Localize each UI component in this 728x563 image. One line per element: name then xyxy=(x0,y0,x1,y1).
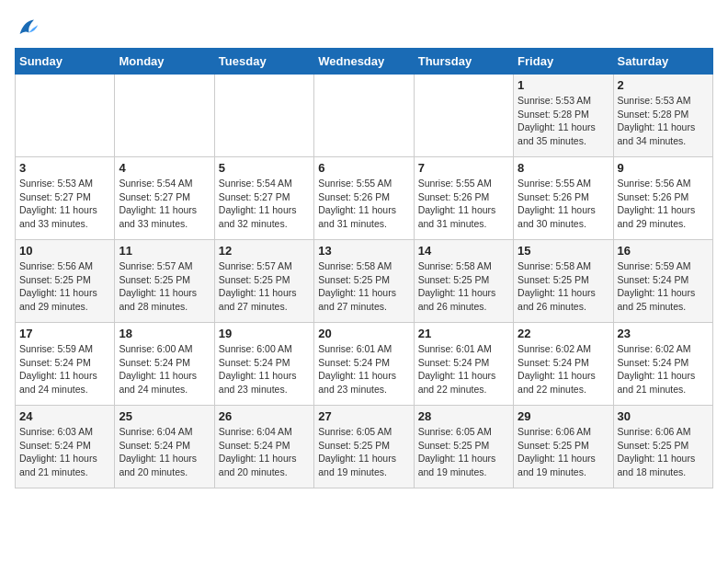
calendar-week-row: 1Sunrise: 5:53 AM Sunset: 5:28 PM Daylig… xyxy=(16,75,713,157)
day-info: Sunrise: 5:55 AM Sunset: 5:26 PM Dayligh… xyxy=(418,177,509,231)
day-info: Sunrise: 6:01 AM Sunset: 5:24 PM Dayligh… xyxy=(318,342,409,396)
calendar-cell: 14Sunrise: 5:58 AM Sunset: 5:25 PM Dayli… xyxy=(414,240,513,323)
calendar-cell: 5Sunrise: 5:54 AM Sunset: 5:27 PM Daylig… xyxy=(214,157,313,240)
day-number: 15 xyxy=(518,244,609,258)
day-number: 21 xyxy=(418,327,509,340)
day-number: 8 xyxy=(518,161,609,175)
calendar-cell: 24Sunrise: 6:03 AM Sunset: 5:24 PM Dayli… xyxy=(16,406,115,488)
day-number: 20 xyxy=(318,327,409,340)
day-info: Sunrise: 6:02 AM Sunset: 5:24 PM Dayligh… xyxy=(618,342,709,396)
day-number: 10 xyxy=(19,244,110,258)
header-friday: Friday xyxy=(514,49,613,75)
day-number: 7 xyxy=(418,161,509,175)
day-info: Sunrise: 6:02 AM Sunset: 5:24 PM Dayligh… xyxy=(518,342,609,396)
header-monday: Monday xyxy=(115,49,214,75)
calendar-cell: 19Sunrise: 6:00 AM Sunset: 5:24 PM Dayli… xyxy=(214,323,313,406)
day-number: 11 xyxy=(119,244,210,258)
day-info: Sunrise: 5:58 AM Sunset: 5:25 PM Dayligh… xyxy=(518,259,609,314)
day-number: 22 xyxy=(518,327,609,340)
calendar-cell: 26Sunrise: 6:04 AM Sunset: 5:24 PM Dayli… xyxy=(214,406,313,488)
day-info: Sunrise: 5:56 AM Sunset: 5:25 PM Dayligh… xyxy=(19,259,110,314)
calendar-cell: 3Sunrise: 5:53 AM Sunset: 5:27 PM Daylig… xyxy=(16,157,115,240)
day-number: 29 xyxy=(518,409,609,423)
calendar-cell: 23Sunrise: 6:02 AM Sunset: 5:24 PM Dayli… xyxy=(613,323,712,406)
day-number: 4 xyxy=(119,161,210,175)
day-number: 12 xyxy=(219,244,310,258)
day-number: 3 xyxy=(19,161,110,175)
calendar-header-row: SundayMondayTuesdayWednesdayThursdayFrid… xyxy=(16,49,713,75)
header-saturday: Saturday xyxy=(613,49,712,75)
calendar-cell: 17Sunrise: 5:59 AM Sunset: 5:24 PM Dayli… xyxy=(16,323,115,406)
day-number: 28 xyxy=(418,409,509,423)
day-info: Sunrise: 6:06 AM Sunset: 5:25 PM Dayligh… xyxy=(618,425,709,479)
calendar-cell: 21Sunrise: 6:01 AM Sunset: 5:24 PM Dayli… xyxy=(414,323,513,406)
day-info: Sunrise: 6:01 AM Sunset: 5:24 PM Dayligh… xyxy=(418,342,509,396)
calendar-cell: 27Sunrise: 6:05 AM Sunset: 5:25 PM Dayli… xyxy=(314,406,414,488)
calendar-cell: 25Sunrise: 6:04 AM Sunset: 5:24 PM Dayli… xyxy=(115,406,214,488)
day-number: 14 xyxy=(418,244,509,258)
day-info: Sunrise: 6:00 AM Sunset: 5:24 PM Dayligh… xyxy=(219,342,310,396)
header-tuesday: Tuesday xyxy=(214,49,313,75)
day-number: 9 xyxy=(618,161,709,175)
header-wednesday: Wednesday xyxy=(314,49,414,75)
calendar-week-row: 17Sunrise: 5:59 AM Sunset: 5:24 PM Dayli… xyxy=(16,323,713,406)
day-number: 25 xyxy=(119,409,210,423)
day-info: Sunrise: 5:59 AM Sunset: 5:24 PM Dayligh… xyxy=(19,342,110,396)
calendar-table: SundayMondayTuesdayWednesdayThursdayFrid… xyxy=(15,48,713,488)
day-number: 1 xyxy=(518,78,609,92)
day-info: Sunrise: 5:58 AM Sunset: 5:25 PM Dayligh… xyxy=(418,259,509,314)
calendar-cell: 15Sunrise: 5:58 AM Sunset: 5:25 PM Dayli… xyxy=(514,240,613,323)
day-number: 18 xyxy=(119,327,210,340)
day-number: 5 xyxy=(219,161,310,175)
calendar-cell: 6Sunrise: 5:55 AM Sunset: 5:26 PM Daylig… xyxy=(314,157,414,240)
day-info: Sunrise: 6:05 AM Sunset: 5:25 PM Dayligh… xyxy=(318,425,409,479)
calendar-cell xyxy=(214,75,313,157)
calendar-week-row: 24Sunrise: 6:03 AM Sunset: 5:24 PM Dayli… xyxy=(16,406,713,488)
calendar-cell: 29Sunrise: 6:06 AM Sunset: 5:25 PM Dayli… xyxy=(514,406,613,488)
day-info: Sunrise: 5:57 AM Sunset: 5:25 PM Dayligh… xyxy=(119,259,210,314)
header-sunday: Sunday xyxy=(16,49,115,75)
calendar-cell: 7Sunrise: 5:55 AM Sunset: 5:26 PM Daylig… xyxy=(414,157,513,240)
day-number: 13 xyxy=(318,244,409,258)
calendar-cell: 28Sunrise: 6:05 AM Sunset: 5:25 PM Dayli… xyxy=(414,406,513,488)
day-info: Sunrise: 5:53 AM Sunset: 5:27 PM Dayligh… xyxy=(19,177,110,231)
calendar-cell xyxy=(115,75,214,157)
calendar-cell: 8Sunrise: 5:55 AM Sunset: 5:26 PM Daylig… xyxy=(514,157,613,240)
calendar-cell: 13Sunrise: 5:58 AM Sunset: 5:25 PM Dayli… xyxy=(314,240,414,323)
calendar-cell: 11Sunrise: 5:57 AM Sunset: 5:25 PM Dayli… xyxy=(115,240,214,323)
day-info: Sunrise: 5:59 AM Sunset: 5:24 PM Dayligh… xyxy=(618,259,709,314)
day-info: Sunrise: 6:03 AM Sunset: 5:24 PM Dayligh… xyxy=(19,425,110,479)
calendar-cell: 1Sunrise: 5:53 AM Sunset: 5:28 PM Daylig… xyxy=(514,75,613,157)
day-info: Sunrise: 5:53 AM Sunset: 5:28 PM Dayligh… xyxy=(518,94,609,148)
calendar-cell xyxy=(414,75,513,157)
day-info: Sunrise: 5:56 AM Sunset: 5:26 PM Dayligh… xyxy=(618,177,709,231)
day-info: Sunrise: 5:54 AM Sunset: 5:27 PM Dayligh… xyxy=(219,177,310,231)
calendar-cell xyxy=(314,75,414,157)
logo xyxy=(15,15,44,40)
calendar-cell: 10Sunrise: 5:56 AM Sunset: 5:25 PM Dayli… xyxy=(16,240,115,323)
day-number: 19 xyxy=(219,327,310,340)
calendar-cell: 22Sunrise: 6:02 AM Sunset: 5:24 PM Dayli… xyxy=(514,323,613,406)
calendar-cell: 30Sunrise: 6:06 AM Sunset: 5:25 PM Dayli… xyxy=(613,406,712,488)
calendar-cell: 12Sunrise: 5:57 AM Sunset: 5:25 PM Dayli… xyxy=(214,240,313,323)
calendar-week-row: 10Sunrise: 5:56 AM Sunset: 5:25 PM Dayli… xyxy=(16,240,713,323)
day-info: Sunrise: 6:05 AM Sunset: 5:25 PM Dayligh… xyxy=(418,425,509,479)
calendar-cell: 9Sunrise: 5:56 AM Sunset: 5:26 PM Daylig… xyxy=(613,157,712,240)
day-info: Sunrise: 6:06 AM Sunset: 5:25 PM Dayligh… xyxy=(518,425,609,479)
calendar-cell: 16Sunrise: 5:59 AM Sunset: 5:24 PM Dayli… xyxy=(613,240,712,323)
calendar-cell: 4Sunrise: 5:54 AM Sunset: 5:27 PM Daylig… xyxy=(115,157,214,240)
logo-icon xyxy=(15,15,40,40)
page-header xyxy=(15,15,713,40)
day-info: Sunrise: 5:55 AM Sunset: 5:26 PM Dayligh… xyxy=(518,177,609,231)
day-number: 17 xyxy=(19,327,110,340)
day-info: Sunrise: 6:00 AM Sunset: 5:24 PM Dayligh… xyxy=(119,342,210,396)
day-info: Sunrise: 5:53 AM Sunset: 5:28 PM Dayligh… xyxy=(618,94,709,148)
calendar-cell: 20Sunrise: 6:01 AM Sunset: 5:24 PM Dayli… xyxy=(314,323,414,406)
calendar-cell: 2Sunrise: 5:53 AM Sunset: 5:28 PM Daylig… xyxy=(613,75,712,157)
day-info: Sunrise: 6:04 AM Sunset: 5:24 PM Dayligh… xyxy=(119,425,210,479)
day-number: 23 xyxy=(618,327,709,340)
day-number: 16 xyxy=(618,244,709,258)
day-number: 30 xyxy=(618,409,709,423)
day-info: Sunrise: 5:58 AM Sunset: 5:25 PM Dayligh… xyxy=(318,259,409,314)
day-number: 6 xyxy=(318,161,409,175)
